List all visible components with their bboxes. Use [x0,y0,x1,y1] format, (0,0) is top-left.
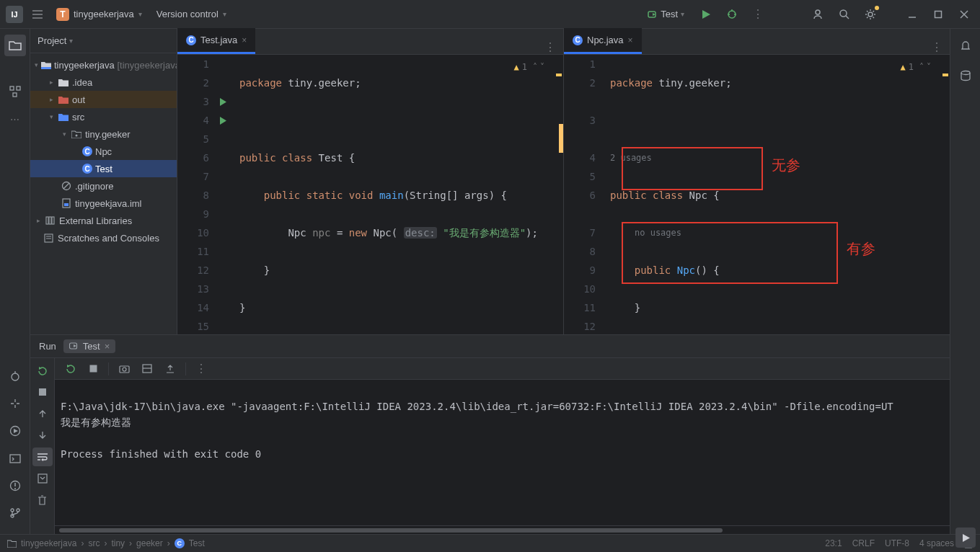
tab-bar-more-button[interactable] [537,40,563,54]
breadcrumb-test[interactable]: Test [189,538,205,548]
console-output[interactable]: F:\Java\jdk-17\bin\java.exe "-javaagent:… [55,380,950,525]
structure-tool-button[interactable] [4,81,26,102]
terminal-tool-button[interactable] [4,448,26,469]
tree-item-label: Test [95,164,112,174]
run-gutter [215,55,231,334]
usages-hint[interactable]: no usages [610,223,950,242]
project-panel-header[interactable]: Project ▾ [30,29,177,53]
chevron-down-icon[interactable]: ˅ [540,58,544,76]
search-button[interactable] [834,4,855,25]
caret-position[interactable]: 23:1 [825,538,842,548]
editor-scrollbar[interactable] [941,55,950,334]
close-window-button[interactable] [954,4,974,25]
console-horizontal-scrollbar[interactable] [55,525,950,534]
tree-item-test[interactable]: C Test [30,160,177,177]
close-tab-icon[interactable]: × [628,35,633,45]
vcs-tool-button[interactable] [4,502,26,524]
run-tool-button[interactable] [4,420,26,442]
tree-item-iml[interactable]: tinygeekjava.iml [30,195,177,212]
problems-tool-button[interactable] [4,475,26,497]
search-icon [839,9,850,20]
chevron-up-icon[interactable]: ˄ [919,58,924,76]
notifications-button[interactable] [955,35,976,56]
code-with-me-button[interactable] [808,4,829,25]
up-stack-button[interactable] [32,404,53,423]
editor-inspection-widget[interactable]: ▲ 1 ˄ ˅ [901,58,931,76]
tab-npc-java[interactable]: C Npc.java × [564,28,642,54]
editor-tab-bar: C Npc.java × [564,29,950,55]
folder-icon [58,76,69,88]
tab-bar-more-button[interactable] [924,40,950,54]
breadcrumb-sep: › [129,538,132,548]
run-config-selector[interactable]: Test ▾ [642,6,690,22]
settings-button[interactable] [860,4,880,25]
more-actions-button[interactable] [748,4,768,25]
screenshot-button[interactable] [115,360,133,378]
minimize-window-button[interactable] [902,4,922,25]
tree-item-label: External Libraries [59,215,132,226]
editor-body-left[interactable]: 123456789101112131415 package tiny.geeke… [177,55,563,334]
tree-item-external-libs[interactable]: ▸ External Libraries [30,212,177,229]
soft-wrap-button[interactable] [32,448,53,466]
main-menu-icon[interactable] [29,6,46,23]
tree-item-gitignore[interactable]: .gitignore [30,177,177,195]
file-encoding[interactable]: UTF-8 [885,538,909,548]
run-config-icon [69,342,79,351]
run-line-marker[interactable] [215,92,231,111]
chevron-up-icon[interactable]: ˄ [533,58,537,76]
rerun-button[interactable] [32,361,53,380]
down-stack-button[interactable] [32,426,53,445]
editor-body-right[interactable]: 123456789101112 package tiny.geeker; 2 u… [564,55,950,334]
bug-tool-button[interactable] [4,365,26,387]
export-button[interactable] [161,360,180,378]
database-button[interactable] [955,65,976,86]
tree-item-package[interactable]: ▾ tiny.geeker [30,125,177,143]
code-area[interactable]: package tiny.geeker; 2 usages public cla… [601,55,950,334]
tab-test-java[interactable]: C Test.java × [177,28,255,54]
layout-button[interactable] [138,360,156,378]
chevron-down-icon[interactable]: ˅ [927,58,931,76]
stop-button[interactable] [32,383,53,401]
svg-marker-42 [220,117,226,125]
svg-point-30 [76,135,78,137]
code-area[interactable]: package tiny.geeker; public class Test {… [231,55,563,334]
line-separator[interactable]: CRLF [852,538,875,548]
run-floating-play-button[interactable] [955,527,976,548]
usages-hint[interactable]: 2 usages [610,148,950,167]
close-tab-icon[interactable]: × [105,341,110,352]
debug-button[interactable] [722,4,742,25]
scrollbar-thumb[interactable] [59,528,723,533]
breadcrumb-tiny[interactable]: tiny [111,538,125,548]
clear-all-button[interactable] [32,491,53,509]
tree-item-npc[interactable]: C Npc [30,143,177,160]
run-more-actions[interactable] [192,360,211,378]
project-tool-button[interactable] [4,35,26,56]
close-tab-icon[interactable]: × [242,35,247,45]
breadcrumb-src[interactable]: src [88,538,100,548]
tree-root[interactable]: ▾ tinygeekerjava [tinygeekerjava] [30,56,177,74]
run-line-marker[interactable] [215,111,231,130]
tree-item-out[interactable]: ▸ out [30,91,177,108]
scroll-end-icon [37,473,48,484]
hierarchy-tool-button[interactable] [4,393,26,414]
version-control-dropdown[interactable]: Version control ▾ [152,7,231,21]
console-line: 我是有参构造器 [61,417,131,428]
maximize-window-button[interactable] [928,4,948,25]
editor-inspection-widget[interactable]: ▲ 1 ˄ ˅ [514,58,544,76]
more-tool-button[interactable]: ⋯ [4,108,26,130]
tree-item-idea[interactable]: ▸ .idea [30,74,177,91]
breadcrumb-geeker[interactable]: geeker [136,538,163,548]
indent-settings[interactable]: 4 spaces [919,538,954,548]
project-selector[interactable]: T tinygeekerjava ▾ [52,6,146,22]
scroll-to-end-button[interactable] [32,469,53,488]
stop-button-2[interactable] [84,360,102,378]
tree-item-src[interactable]: ▾ src [30,108,177,125]
camera-icon [119,364,130,373]
class-icon: C [82,164,92,174]
run-config-tab[interactable]: Test × [63,339,115,353]
rerun-button-2[interactable] [61,360,79,378]
breadcrumb-root[interactable]: tinygeekerjava [21,538,76,548]
tree-item-scratches[interactable]: Scratches and Consoles [30,229,177,246]
editor-scrollbar[interactable] [555,55,563,334]
run-button[interactable] [696,4,716,25]
